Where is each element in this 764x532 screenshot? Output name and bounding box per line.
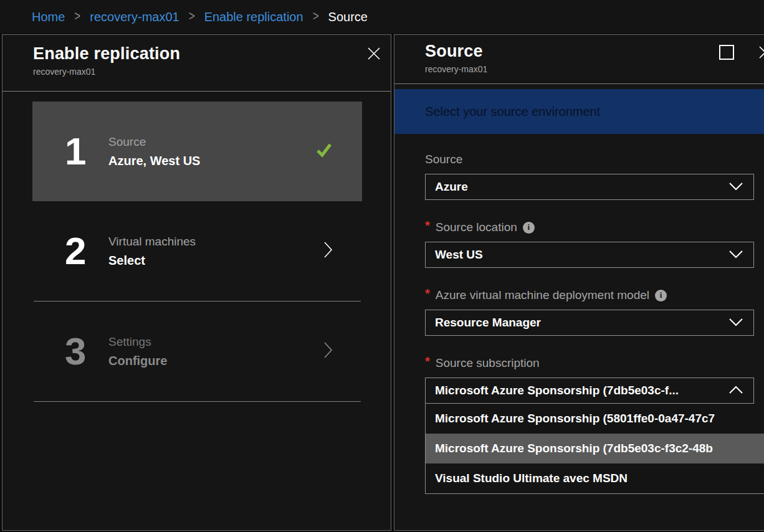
subscription-options-list: Microsoft Azure Sponsorship (5801ffe0-0a…: [425, 404, 764, 494]
maximize-icon[interactable]: [719, 44, 735, 60]
breadcrumb: Home > recovery-max01 > Enable replicati…: [0, 0, 764, 34]
breadcrumb-home[interactable]: Home: [32, 10, 65, 24]
breadcrumb-separator-icon: >: [189, 9, 195, 25]
blade-subtitle: recovery-max01: [33, 67, 391, 77]
step-virtual-machines[interactable]: 2 Virtual machines Select: [32, 201, 362, 301]
step-label: Settings: [108, 335, 167, 349]
required-marker: *: [425, 288, 430, 299]
field-source: Source Azure: [425, 153, 754, 200]
blade-title: Source: [425, 42, 764, 61]
field-source-location: * Source location i West US: [425, 221, 754, 268]
divider: [34, 401, 361, 402]
chevron-right-icon: [323, 341, 333, 361]
close-icon[interactable]: [366, 45, 382, 62]
step-text: Source Azure, West US: [108, 135, 200, 168]
field-label-row: * Azure virtual machine deployment model…: [425, 288, 754, 302]
step-number: 2: [65, 232, 108, 270]
source-blade: Source recovery-max01 Select your source…: [394, 34, 764, 531]
chevron-down-icon: [728, 180, 743, 194]
field-label: Source subscription: [436, 356, 540, 370]
step-label: Virtual machines: [108, 235, 196, 249]
field-label: Source location: [436, 221, 517, 234]
step-source[interactable]: 1 Source Azure, West US: [32, 102, 362, 201]
step-value: Azure, West US: [108, 154, 200, 168]
source-subscription-select[interactable]: Microsoft Azure Sponsorship (7db5e03c-f.…: [425, 378, 754, 404]
chevron-right-icon: [323, 241, 333, 261]
check-icon: [315, 141, 333, 162]
select-value: Resource Manager: [435, 316, 722, 330]
required-marker: *: [425, 221, 430, 231]
step-text: Virtual machines Select: [108, 235, 196, 268]
chevron-down-icon: [728, 316, 743, 330]
breadcrumb-separator-icon: >: [74, 9, 80, 25]
blade-header: Source recovery-max01: [394, 35, 764, 84]
breadcrumb-separator-icon: >: [313, 9, 319, 25]
field-label-row: Source: [425, 153, 754, 166]
required-marker: *: [425, 356, 430, 367]
subscription-option[interactable]: Visual Studio Ultimate avec MSDN: [426, 463, 764, 493]
enable-replication-blade: Enable replication recovery-max01 1 Sour…: [2, 34, 391, 531]
select-value: West US: [435, 248, 722, 262]
step-value: Configure: [108, 354, 167, 368]
source-select[interactable]: Azure: [425, 174, 754, 200]
info-icon[interactable]: i: [655, 290, 667, 302]
field-deployment-model: * Azure virtual machine deployment model…: [425, 288, 754, 336]
chevron-down-icon: [728, 248, 743, 262]
blade-header: Enable replication recovery-max01: [2, 35, 391, 92]
field-label: Azure virtual machine deployment model: [436, 288, 649, 302]
source-environment-banner: Select your source environment: [394, 89, 764, 134]
step-number: 1: [65, 132, 108, 171]
field-label-row: * Source subscription: [425, 356, 754, 370]
close-icon[interactable]: [757, 44, 764, 60]
source-form: Source Azure * Source location i West US: [394, 134, 764, 494]
field-label-row: * Source location i: [425, 221, 754, 234]
breadcrumb-current-source: Source: [328, 10, 368, 24]
step-label: Source: [108, 135, 200, 149]
source-location-select[interactable]: West US: [425, 242, 754, 268]
blade-subtitle: recovery-max01: [425, 64, 764, 74]
field-source-subscription: * Source subscription Microsoft Azure Sp…: [425, 356, 754, 494]
select-value: Microsoft Azure Sponsorship (7db5e03c-f.…: [435, 384, 722, 397]
breadcrumb-recovery-max01[interactable]: recovery-max01: [90, 10, 179, 24]
wizard-steps: 1 Source Azure, West US 2 Virtual machin…: [2, 102, 391, 402]
step-value: Select: [108, 254, 196, 268]
subscription-option[interactable]: Microsoft Azure Sponsorship (5801ffe0-0a…: [426, 404, 764, 434]
chevron-up-icon: [728, 384, 743, 397]
step-settings[interactable]: 3 Settings Configure: [32, 302, 362, 401]
subscription-option-selected[interactable]: Microsoft Azure Sponsorship (7db5e03c-f3…: [426, 434, 764, 463]
breadcrumb-enable-replication[interactable]: Enable replication: [204, 10, 303, 24]
blade-title: Enable replication: [33, 44, 391, 64]
select-value: Azure: [435, 180, 722, 194]
field-label: Source: [425, 153, 462, 166]
step-text: Settings Configure: [108, 335, 167, 368]
deployment-model-select[interactable]: Resource Manager: [425, 310, 754, 336]
info-icon[interactable]: i: [523, 222, 535, 234]
step-number: 3: [65, 332, 108, 371]
